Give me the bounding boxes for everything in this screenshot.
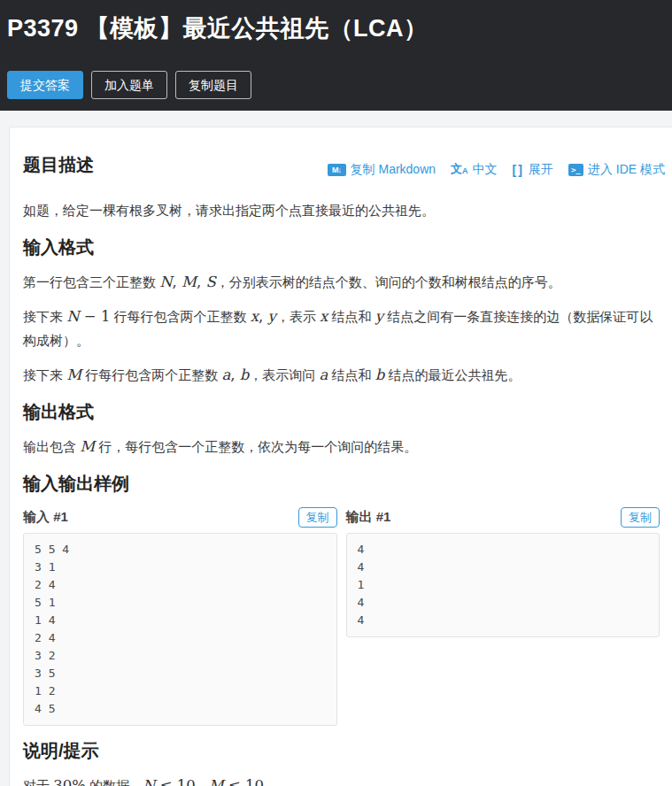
hint-paragraph: 对于 30% 的数据，N ≤ 10，M ≤ 10。	[23, 774, 665, 786]
language-label: 中文	[473, 162, 498, 178]
inline-math: b	[375, 366, 385, 383]
sample-input-header: 输入 #1 复制	[23, 506, 337, 528]
page-title: P3379 【模板】最近公共祖先（LCA）	[7, 12, 663, 44]
copy-sample-input-button[interactable]: 复制	[298, 507, 337, 528]
inline-math: x, y	[251, 308, 276, 325]
inline-math: a, b	[221, 366, 249, 383]
inline-math: M ≤ 10	[209, 777, 264, 786]
expand-label: 展开	[529, 162, 553, 178]
inline-math: N, M, S	[159, 274, 216, 290]
submit-answer-button[interactable]: 提交答案	[7, 71, 83, 99]
description-heading: 题目描述	[23, 152, 94, 177]
sample-output-code: 4 4 1 4 4	[346, 533, 660, 637]
document-toolbar: M↓ 复制 Markdown 文A 中文 [] 展开 >_ 进入 IDE 模式	[328, 162, 665, 178]
inline-math: N ≤ 10	[143, 777, 196, 786]
description-header-row: 题目描述 M↓ 复制 Markdown 文A 中文 [] 展开 >_ 进入 ID…	[23, 152, 665, 188]
enter-ide-link[interactable]: >_ 进入 IDE 模式	[568, 162, 665, 178]
output-format-paragraph: 输出包含 M 行，每行包含一个正整数，依次为每一个询问的结果。	[23, 435, 665, 458]
sample-output-column: 输出 #1 复制 4 4 1 4 4	[346, 506, 660, 726]
inline-math: M	[80, 438, 95, 455]
output-format-heading: 输出格式	[23, 399, 665, 424]
language-switch-link[interactable]: 文A 中文	[451, 162, 498, 178]
input-format-paragraph-3: 接下来 M 行每行包含两个正整数 a, b，表示询问 a 结点和 b 结点的最近…	[23, 363, 665, 387]
hint-heading: 说明/提示	[23, 738, 665, 763]
translate-icon: 文A	[451, 163, 468, 177]
input-format-paragraph-2: 接下来 N − 1 行每行包含两个正整数 x, y，表示 x 结点和 y 结点之…	[23, 304, 665, 352]
terminal-icon: >_	[568, 164, 583, 176]
sample-output-label: 输出 #1	[346, 509, 391, 526]
copy-markdown-label: 复制 Markdown	[351, 162, 436, 178]
inline-math: a	[320, 366, 328, 383]
sample-output-header: 输出 #1 复制	[346, 506, 660, 528]
copy-problem-button[interactable]: 复制题目	[175, 71, 251, 99]
sample-input-code: 5 5 4 3 1 2 4 5 1 1 4 2 4 3 2 3 5 1 2 4 …	[23, 533, 337, 726]
enter-ide-label: 进入 IDE 模式	[588, 162, 665, 178]
inline-math: y	[375, 308, 383, 325]
input-format-paragraph-1: 第一行包含三个正整数 N, M, S，分别表示树的结点个数、询问的个数和树根结点…	[23, 270, 665, 294]
sample-input-label: 输入 #1	[23, 509, 68, 526]
sample-input-column: 输入 #1 复制 5 5 4 3 1 2 4 5 1 1 4 2 4 3 2 3…	[23, 506, 337, 726]
problem-header: P3379 【模板】最近公共祖先（LCA） 提交答案 加入题单 复制题目	[0, 0, 672, 111]
samples-heading: 输入输出样例	[23, 471, 665, 496]
copy-sample-output-button[interactable]: 复制	[621, 507, 660, 528]
expand-link[interactable]: [] 展开	[513, 162, 553, 178]
expand-icon: []	[513, 164, 524, 176]
copy-markdown-link[interactable]: M↓ 复制 Markdown	[328, 162, 436, 178]
markdown-icon: M↓	[328, 164, 346, 176]
problem-content-card: 题目描述 M↓ 复制 Markdown 文A 中文 [] 展开 >_ 进入 ID…	[9, 127, 672, 786]
inline-math: x	[320, 308, 328, 325]
description-paragraph: 如题，给定一棵有根多叉树，请求出指定两个点直接最近的公共祖先。	[23, 198, 665, 222]
header-button-bar: 提交答案 加入题单 复制题目	[7, 71, 663, 99]
inline-math: M	[66, 366, 81, 383]
inline-math: N − 1	[66, 308, 110, 325]
samples-grid: 输入 #1 复制 5 5 4 3 1 2 4 5 1 1 4 2 4 3 2 3…	[23, 506, 665, 726]
input-format-heading: 输入格式	[23, 235, 665, 259]
add-to-problem-list-button[interactable]: 加入题单	[91, 71, 167, 99]
inline-math: 30%	[53, 777, 86, 786]
